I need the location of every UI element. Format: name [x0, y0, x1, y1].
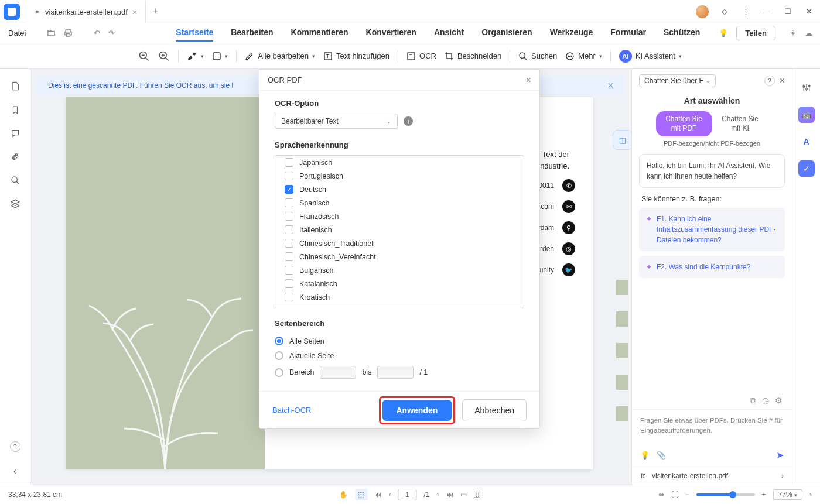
- ai-close-icon[interactable]: ×: [780, 76, 785, 86]
- lang-item[interactable]: Spanisch: [275, 196, 524, 210]
- maximize-icon[interactable]: ☐: [783, 7, 793, 16]
- next-page-icon[interactable]: ›: [437, 491, 439, 499]
- tab-formular[interactable]: Formular: [610, 24, 646, 42]
- ai-help-icon[interactable]: ?: [764, 76, 775, 86]
- more-button[interactable]: Mehr▾: [565, 52, 602, 61]
- tab-bearbeiten[interactable]: Bearbeiten: [231, 24, 273, 42]
- fit-width-icon[interactable]: ⇔: [658, 491, 664, 499]
- zoom-in-status-icon[interactable]: +: [762, 491, 766, 499]
- lang-item[interactable]: Französisch: [275, 210, 524, 223]
- range-current[interactable]: Aktuelle Seite: [275, 348, 524, 363]
- link-icon[interactable]: ⚘: [790, 29, 797, 37]
- settings-mini-icon[interactable]: ⚙: [775, 396, 783, 406]
- undo-icon[interactable]: ↶: [94, 29, 100, 37]
- thumb[interactable]: [616, 311, 628, 327]
- copy-icon[interactable]: ⧉: [750, 396, 756, 406]
- page-input[interactable]: 1: [398, 489, 416, 500]
- prev-page-icon[interactable]: ‹: [388, 491, 391, 499]
- info-icon[interactable]: i: [404, 116, 413, 126]
- tab-startseite[interactable]: Startseite: [176, 24, 213, 42]
- layers-icon[interactable]: [11, 199, 20, 208]
- hand-tool-icon[interactable]: ✋: [339, 491, 348, 499]
- ai-suggestion-1[interactable]: ✦F1. Kann ich eine Inhaltszusammenfassun…: [639, 208, 785, 251]
- attach-icon[interactable]: 📎: [657, 451, 666, 460]
- document-tab[interactable]: ✦ visitenkarte-erstellen.pdf ×: [26, 0, 146, 23]
- lang-item[interactable]: Japanisch: [275, 156, 524, 169]
- lightbulb-icon[interactable]: 💡: [719, 29, 728, 37]
- apply-button[interactable]: Anwenden: [382, 400, 452, 421]
- cloud-icon[interactable]: ☁: [805, 29, 812, 37]
- prev-section-icon[interactable]: ⏮: [374, 491, 381, 499]
- page-icon[interactable]: [11, 81, 20, 91]
- tab-organisieren[interactable]: Organisieren: [481, 24, 532, 42]
- bot-icon[interactable]: 🤖: [798, 107, 815, 123]
- lang-item[interactable]: ✓Deutsch: [275, 183, 524, 196]
- range-from-input[interactable]: [320, 366, 356, 379]
- lang-item[interactable]: Chinesisch_Traditionell: [275, 236, 524, 250]
- chat-pdf-pill[interactable]: Chatten Sie mit PDF: [656, 111, 712, 136]
- chat-ai-pill[interactable]: Chatten Sie mit KI: [712, 111, 768, 136]
- collapse-left-icon[interactable]: ‹: [13, 466, 16, 476]
- tab-kommentieren[interactable]: Kommentieren: [291, 24, 348, 42]
- lang-item[interactable]: Katalanisch: [275, 277, 524, 290]
- zoom-out-status-icon[interactable]: −: [685, 491, 689, 499]
- language-list[interactable]: Japanisch Portugiesisch ✓Deutsch Spanisc…: [275, 155, 524, 308]
- lang-item[interactable]: Bulgarisch: [275, 263, 524, 277]
- comment-icon[interactable]: [11, 129, 20, 138]
- thumb[interactable]: [616, 343, 628, 358]
- range-all[interactable]: Alle Seiten: [275, 334, 524, 348]
- tab-schuetzen[interactable]: Schützen: [664, 24, 700, 42]
- new-tab-button[interactable]: +: [146, 5, 165, 18]
- close-window-icon[interactable]: ✕: [804, 7, 814, 16]
- help-icon[interactable]: ?: [10, 441, 20, 452]
- layout-icon[interactable]: ⿲: [474, 491, 481, 499]
- lang-item[interactable]: Chinesisch_Vereinfacht: [275, 250, 524, 263]
- next-section-icon[interactable]: ⏭: [446, 491, 453, 499]
- attachment-icon[interactable]: [11, 152, 19, 162]
- ai-suggestion-2[interactable]: ✦F2. Was sind die Kernpunkte?: [639, 256, 785, 278]
- open-icon[interactable]: [47, 29, 56, 37]
- ocr-button[interactable]: TOCR: [406, 52, 436, 61]
- search-button[interactable]: Suchen: [518, 52, 557, 61]
- read-mode-icon[interactable]: ▭: [460, 491, 467, 499]
- search-rail-icon[interactable]: [11, 176, 20, 185]
- lang-item[interactable]: Italienisch: [275, 223, 524, 236]
- user-avatar[interactable]: [696, 5, 709, 18]
- notification-icon[interactable]: ◇: [719, 7, 730, 16]
- range-to-input[interactable]: [377, 366, 414, 379]
- zoom-in-icon[interactable]: [158, 50, 170, 62]
- view-mode-icon[interactable]: ◫: [613, 130, 631, 150]
- collapse-right-icon[interactable]: ›: [809, 491, 812, 499]
- add-text-button[interactable]: TText hinzufügen: [323, 52, 390, 61]
- thumb[interactable]: [616, 280, 628, 295]
- file-menu[interactable]: Datei: [8, 29, 26, 37]
- ai-input[interactable]: Fragen Sie etwas über PDFs. Drücken Sie …: [640, 416, 784, 445]
- ai-context-dropdown[interactable]: Chatten Sie über F⌄: [639, 74, 716, 87]
- lang-item[interactable]: Kroatisch: [275, 290, 524, 304]
- range-custom[interactable]: Bereich bis / 1: [275, 363, 524, 382]
- lightbulb-mini-icon[interactable]: 💡: [640, 451, 650, 460]
- print-icon[interactable]: [64, 29, 73, 37]
- thumb[interactable]: [616, 375, 628, 390]
- zoom-out-icon[interactable]: [138, 50, 150, 62]
- shape-icon[interactable]: ▾: [212, 52, 228, 61]
- bookmark-icon[interactable]: [11, 105, 19, 115]
- ai-file-context[interactable]: 🗎 visitenkarte-erstellen.pdf ›: [632, 467, 792, 485]
- zoom-slider[interactable]: [696, 493, 755, 496]
- cancel-button[interactable]: Abbrechen: [462, 399, 527, 421]
- ai-assistant-button[interactable]: AIKI Assistent▾: [619, 50, 682, 63]
- translate-icon[interactable]: A: [798, 133, 815, 150]
- highlight-icon[interactable]: ▾: [187, 51, 204, 61]
- select-tool-icon[interactable]: ⬚: [355, 489, 367, 500]
- check-icon[interactable]: ✓: [798, 160, 815, 177]
- send-icon[interactable]: ➤: [776, 450, 784, 461]
- zoom-value[interactable]: 77% ▾: [773, 489, 802, 500]
- lang-item[interactable]: Portugiesisch: [275, 169, 524, 183]
- crop-button[interactable]: Beschneiden: [445, 52, 501, 61]
- thumb[interactable]: [616, 406, 628, 421]
- close-icon[interactable]: ×: [132, 8, 137, 17]
- tab-ansicht[interactable]: Ansicht: [434, 24, 464, 42]
- banner-close-icon[interactable]: ×: [607, 80, 614, 92]
- fullscreen-icon[interactable]: ⛶: [671, 491, 678, 499]
- edit-all-button[interactable]: Alle bearbeiten▾: [245, 52, 315, 61]
